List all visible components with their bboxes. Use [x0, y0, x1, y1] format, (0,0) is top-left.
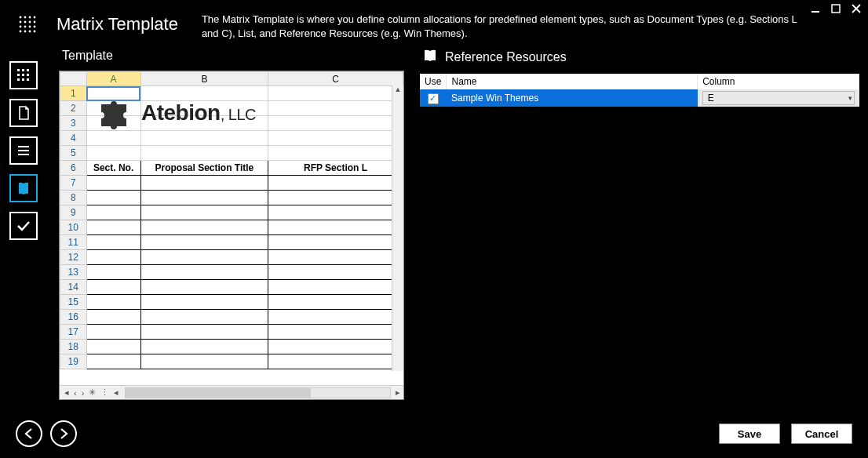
sheet-tab-new[interactable]: ✳ [87, 387, 97, 398]
nav-forward-button[interactable] [50, 420, 77, 447]
minimize-button[interactable] [810, 3, 821, 14]
save-button[interactable]: Save [719, 423, 780, 444]
cell[interactable] [268, 280, 403, 295]
row-header[interactable]: 11 [60, 235, 87, 250]
cell[interactable] [140, 86, 268, 101]
row-header[interactable]: 3 [60, 116, 87, 131]
sidebar-item-document[interactable] [9, 99, 38, 127]
cell[interactable]: Sect. No. [86, 161, 140, 176]
row-header[interactable]: 6 [60, 161, 87, 176]
cell[interactable] [86, 280, 140, 295]
cell[interactable] [86, 191, 140, 205]
cell[interactable] [268, 295, 403, 310]
sheet-tab-menu[interactable]: ⋮ [99, 387, 111, 398]
nav-back-button[interactable] [16, 420, 42, 447]
cell[interactable] [140, 220, 268, 235]
cell[interactable] [268, 235, 403, 250]
col-header-A[interactable]: A [86, 72, 140, 86]
sheet-nav-next[interactable]: › [80, 388, 86, 398]
row-header[interactable]: 16 [60, 310, 87, 325]
cell[interactable] [268, 101, 403, 116]
use-checkbox[interactable]: ✓ [428, 93, 439, 104]
cell[interactable] [268, 116, 403, 131]
row-header[interactable]: 7 [60, 176, 87, 191]
cell[interactable] [140, 280, 268, 295]
cell[interactable] [140, 250, 268, 265]
row-header[interactable]: 13 [60, 265, 87, 280]
cell[interactable] [86, 220, 140, 235]
cell[interactable] [140, 340, 268, 354]
template-spreadsheet[interactable]: ABC123456Sect. No.Proposal Section Title… [59, 71, 404, 400]
cell[interactable] [268, 265, 403, 280]
cell[interactable] [86, 310, 140, 325]
cell[interactable] [86, 86, 140, 101]
cell[interactable] [268, 146, 403, 161]
cell[interactable] [268, 131, 403, 146]
cell[interactable] [140, 101, 268, 116]
cell[interactable] [86, 205, 140, 220]
cell[interactable] [268, 191, 403, 205]
cell[interactable] [86, 295, 140, 310]
cell[interactable] [140, 205, 268, 220]
cell[interactable] [140, 265, 268, 280]
cell[interactable]: RFP Section L [268, 161, 403, 176]
cell[interactable] [268, 176, 403, 191]
col-header-B[interactable]: B [140, 72, 268, 86]
cell[interactable] [86, 250, 140, 265]
cell[interactable] [86, 131, 140, 146]
sidebar-item-list[interactable] [9, 136, 38, 165]
cell[interactable] [86, 235, 140, 250]
row-header[interactable]: 10 [60, 220, 87, 235]
hscroll-right-arrow[interactable]: ▸ [392, 387, 403, 398]
cell[interactable] [140, 295, 268, 310]
row-header[interactable]: 1 [60, 86, 87, 101]
cell[interactable] [268, 205, 403, 220]
row-header[interactable]: 2 [60, 101, 87, 116]
sidebar-item-reference[interactable] [9, 174, 38, 202]
cell[interactable] [268, 86, 403, 101]
maximize-button[interactable] [830, 3, 841, 14]
sidebar-item-done[interactable] [9, 212, 38, 240]
cell[interactable] [140, 354, 268, 369]
reference-row[interactable]: ✓Sample Win ThemesE▾ [420, 89, 859, 107]
cell[interactable]: Proposal Section Title [140, 161, 268, 176]
sheet-nav-first[interactable]: ◂ [63, 387, 71, 398]
cell[interactable] [268, 354, 403, 369]
column-dropdown[interactable]: E▾ [702, 91, 855, 105]
cell[interactable] [86, 265, 140, 280]
cell[interactable] [86, 325, 140, 340]
cell[interactable] [268, 250, 403, 265]
cell[interactable] [140, 325, 268, 340]
cell[interactable] [140, 131, 268, 146]
spreadsheet-hscroll[interactable] [125, 387, 391, 398]
row-header[interactable]: 9 [60, 205, 87, 220]
row-header[interactable]: 19 [60, 354, 87, 369]
sidebar-item-grid[interactable] [9, 61, 38, 89]
cell[interactable] [140, 176, 268, 191]
cell[interactable] [86, 340, 140, 354]
cancel-button[interactable]: Cancel [791, 423, 852, 444]
row-header[interactable]: 14 [60, 280, 87, 295]
row-header[interactable]: 17 [60, 325, 87, 340]
spreadsheet-vscroll[interactable]: ▲ [392, 85, 403, 371]
cell[interactable] [86, 101, 140, 116]
close-button[interactable] [851, 3, 862, 14]
cell[interactable] [268, 325, 403, 340]
cell[interactable] [86, 354, 140, 369]
row-header[interactable]: 18 [60, 340, 87, 354]
cell[interactable] [268, 340, 403, 354]
row-header[interactable]: 5 [60, 146, 87, 161]
cell[interactable] [268, 310, 403, 325]
row-header[interactable]: 15 [60, 295, 87, 310]
cell[interactable] [140, 191, 268, 205]
sheet-nav-prev[interactable]: ‹ [72, 388, 78, 398]
cell[interactable] [140, 235, 268, 250]
cell[interactable] [268, 220, 403, 235]
cell[interactable] [140, 116, 268, 131]
row-header[interactable]: 4 [60, 131, 87, 146]
col-header-C[interactable]: C [268, 72, 403, 86]
row-header[interactable]: 8 [60, 191, 87, 205]
cell[interactable] [86, 176, 140, 191]
cell[interactable] [86, 146, 140, 161]
cell[interactable] [140, 310, 268, 325]
